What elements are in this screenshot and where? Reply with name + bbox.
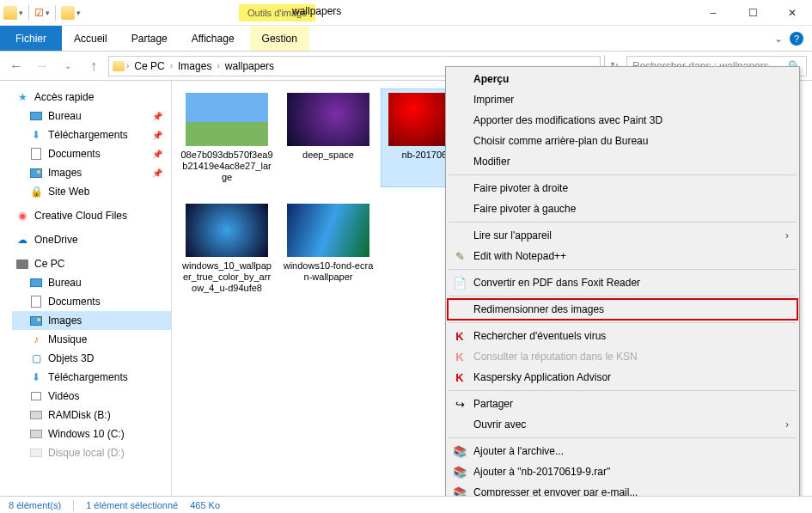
- qat-overflow-icon[interactable]: ▾: [76, 9, 81, 17]
- menu-rotate-left[interactable]: Faire pivoter à gauche: [448, 198, 797, 219]
- menu-share[interactable]: ↪Partager: [448, 394, 797, 414]
- quick-access-toolbar: ▾ ☑ ▾ ▾: [0, 5, 84, 21]
- sidebar-item-onedrive[interactable]: ☁OneDrive: [12, 230, 171, 249]
- sidebar-item-ramdisk[interactable]: RAMDisk (B:): [12, 406, 171, 424]
- sidebar-item-pc-downloads[interactable]: ⬇Téléchargements: [12, 368, 171, 387]
- menu-preview[interactable]: Aperçu: [448, 69, 797, 89]
- up-button[interactable]: ↑: [82, 55, 105, 77]
- chevron-right-icon[interactable]: ›: [126, 61, 129, 70]
- sidebar-item-images[interactable]: Images📌: [12, 163, 171, 182]
- nav-label: Documents: [48, 148, 101, 160]
- sidebar-item-pc-music[interactable]: ♪Musique: [12, 330, 171, 349]
- sidebar-item-downloads[interactable]: ⬇Téléchargements📌: [12, 125, 171, 144]
- qat-dropdown-icon[interactable]: ▾: [19, 9, 23, 17]
- menu-resize-images[interactable]: Redimensionner des images: [448, 299, 797, 320]
- file-item[interactable]: 08e7b093db570f3ea9b21419e4ac8e27_large: [179, 89, 275, 186]
- menu-open-with[interactable]: Ouvrir avec›: [448, 414, 797, 435]
- back-button[interactable]: ←: [5, 55, 27, 77]
- file-name: 08e7b093db570f3ea9b21419e4ac8e27_large: [179, 150, 275, 186]
- nav-label: Images: [48, 167, 82, 179]
- quick-access[interactable]: ★Accès rapide: [12, 88, 171, 107]
- file-item[interactable]: windows_10_wallpaper_true_color_by_arrow…: [179, 200, 275, 297]
- view-tab[interactable]: Affichage: [180, 26, 247, 51]
- menu-separator: [449, 222, 797, 223]
- separator: [55, 5, 56, 21]
- menu-rotate-right[interactable]: Faire pivoter à droite: [448, 178, 797, 198]
- menu-label: Redimensionner des images: [473, 303, 604, 315]
- menu-scan-virus[interactable]: KRechercher d'éventuels virus: [448, 326, 797, 346]
- desktop-icon: [29, 109, 43, 123]
- sidebar-item-pc-objects[interactable]: ▢Objets 3D: [12, 349, 171, 368]
- nav-label: OneDrive: [34, 234, 78, 246]
- ribbon-collapse-icon[interactable]: ⌄: [774, 33, 783, 45]
- file-tab[interactable]: Fichier: [0, 26, 62, 51]
- nav-label: Bureau: [48, 110, 82, 122]
- file-item[interactable]: windows10-fond-ecran-wallpaper: [280, 200, 376, 297]
- home-tab[interactable]: Accueil: [62, 26, 119, 51]
- menu-paint3d[interactable]: Apporter des modifications avec Paint 3D: [448, 110, 797, 131]
- menu-modify[interactable]: Modifier: [448, 151, 797, 172]
- nav-label: RAMDisk (B:): [48, 409, 111, 421]
- menu-label: Consulter la réputation dans le KSN: [473, 351, 638, 363]
- nav-label: Images: [48, 315, 82, 327]
- status-size: 465 Ko: [190, 500, 220, 510]
- sidebar-item-pc-documents[interactable]: Documents: [12, 292, 171, 311]
- menu-label: Choisir comme arrière-plan du Bureau: [473, 135, 648, 147]
- menu-label: Partager: [473, 398, 513, 410]
- thumbnail: [186, 204, 268, 257]
- sidebar-item-creative-cloud[interactable]: ◉Creative Cloud Files: [12, 206, 171, 225]
- chevron-right-icon: ›: [785, 418, 789, 431]
- folder-icon: [3, 6, 17, 20]
- breadcrumb-segment[interactable]: wallpapers: [222, 60, 278, 72]
- nav-label: Téléchargements: [48, 371, 128, 383]
- cloud-icon: ☁: [15, 233, 29, 247]
- menu-add-rar[interactable]: 📚Ajouter à "nb-20170619-9.rar": [448, 461, 797, 482]
- help-icon[interactable]: ?: [790, 32, 803, 46]
- menu-notepadpp[interactable]: ✎Edit with Notepad++: [448, 246, 797, 266]
- menu-label: Ajouter à l'archive...: [473, 445, 564, 457]
- chevron-right-icon[interactable]: ›: [170, 61, 173, 70]
- qat-dropdown-icon[interactable]: ▾: [46, 9, 50, 17]
- minimize-button[interactable]: –: [693, 0, 733, 26]
- sidebar-item-pc-desktop[interactable]: Bureau: [12, 273, 171, 292]
- sidebar-item-pc-videos[interactable]: Vidéos: [12, 387, 171, 406]
- menu-label: Ouvrir avec: [473, 418, 526, 431]
- history-dropdown-icon[interactable]: ⌄: [57, 55, 79, 77]
- pin-icon: 📌: [152, 150, 162, 159]
- sidebar-item-documents[interactable]: Documents📌: [12, 144, 171, 163]
- menu-kav-advisor[interactable]: KKaspersky Application Advisor: [448, 367, 797, 388]
- sidebar-item-desktop[interactable]: Bureau📌: [12, 107, 171, 125]
- maximize-button[interactable]: ☐: [733, 0, 772, 26]
- nav-label: Ce PC: [34, 258, 64, 270]
- menu-print[interactable]: Imprimer: [448, 89, 797, 110]
- menu-read-on-device[interactable]: Lire sur l'appareil›: [448, 225, 797, 246]
- images-icon: [29, 314, 43, 327]
- menu-add-archive[interactable]: 📚Ajouter à l'archive...: [448, 441, 797, 461]
- pin-icon: 📌: [152, 168, 162, 178]
- breadcrumb-segment[interactable]: Ce PC: [131, 60, 168, 72]
- chevron-right-icon[interactable]: ›: [217, 61, 219, 70]
- menu-foxit-pdf[interactable]: 📄Convertir en PDF dans Foxit Reader: [448, 272, 797, 293]
- menu-set-wallpaper[interactable]: Choisir comme arrière-plan du Bureau: [448, 131, 797, 151]
- objects3d-icon: ▢: [29, 351, 43, 365]
- pin-icon: 📌: [152, 112, 162, 121]
- kaspersky-icon: K: [453, 370, 467, 384]
- close-button[interactable]: ✕: [772, 0, 812, 26]
- sidebar-item-siteweb[interactable]: 🔒Site Web: [12, 182, 171, 201]
- images-icon: [29, 166, 43, 180]
- navigation-pane: ★Accès rapide Bureau📌 ⬇Téléchargements📌 …: [0, 81, 172, 496]
- sidebar-item-pc-images[interactable]: Images: [12, 311, 171, 330]
- forward-button[interactable]: →: [31, 55, 53, 77]
- sidebar-item-windows10[interactable]: Windows 10 (C:): [12, 424, 171, 443]
- share-tab[interactable]: Partage: [119, 26, 180, 51]
- manage-tab[interactable]: Gestion: [250, 26, 309, 51]
- menu-separator: [449, 437, 797, 438]
- sidebar-item-this-pc[interactable]: Ce PC: [12, 254, 171, 273]
- checkbox-icon[interactable]: ☑: [34, 7, 44, 19]
- sidebar-item-local-disk[interactable]: Disque local (D:): [12, 443, 171, 462]
- menu-ksn-reputation[interactable]: KConsulter la réputation dans le KSN: [448, 346, 797, 367]
- nav-label: Vidéos: [48, 390, 79, 402]
- breadcrumb-segment[interactable]: Images: [174, 60, 215, 72]
- menu-label: Ajouter à "nb-20170619-9.rar": [473, 466, 610, 478]
- file-item[interactable]: deep_space: [280, 89, 376, 186]
